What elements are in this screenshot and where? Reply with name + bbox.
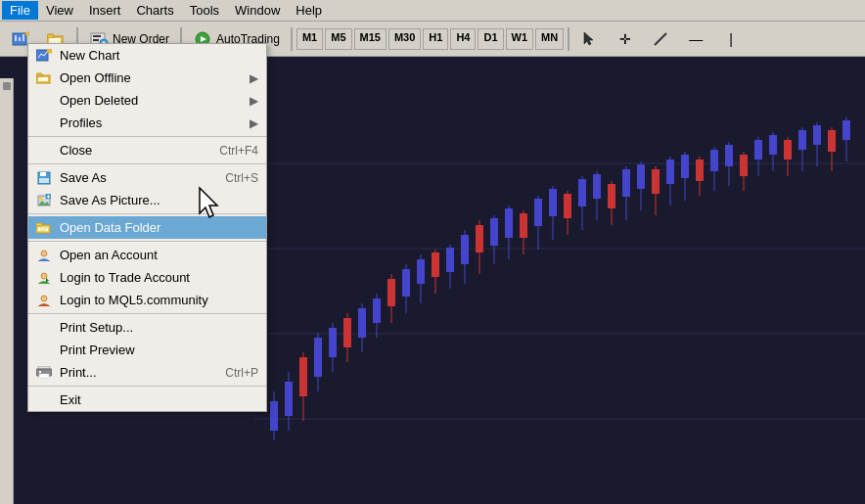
crosshair-icon: ✛	[615, 29, 635, 49]
svg-rect-96	[798, 130, 806, 150]
svg-rect-84	[710, 150, 718, 171]
tf-h4[interactable]: H4	[450, 28, 476, 50]
svg-point-116	[39, 197, 43, 201]
chart-area	[254, 78, 865, 504]
menu-tools[interactable]: Tools	[182, 1, 227, 20]
menu-item-login-mql5[interactable]: Login to MQL5.community	[28, 289, 266, 311]
svg-rect-30	[314, 338, 322, 377]
svg-rect-133	[39, 374, 49, 378]
cursor-tool-icon	[580, 29, 600, 49]
tf-m1[interactable]: M1	[296, 28, 323, 50]
tf-h1[interactable]: H1	[423, 28, 448, 50]
svg-rect-32	[329, 328, 337, 357]
svg-rect-66	[578, 179, 586, 206]
svg-rect-100	[828, 130, 836, 152]
sep-2	[28, 163, 266, 164]
open-deleted-arrow: ▶	[250, 94, 258, 108]
cursor-tool-btn[interactable]	[573, 25, 607, 53]
login-trade-label: Login to Trade Account	[60, 270, 190, 285]
open-data-folder-label: Open Data Folder	[60, 220, 160, 235]
svg-point-126	[41, 251, 47, 256]
sep-4	[28, 241, 266, 242]
svg-rect-112	[40, 172, 46, 176]
svg-rect-54	[490, 218, 498, 246]
svg-rect-10	[93, 39, 99, 41]
svg-rect-80	[681, 155, 689, 178]
sep-1	[28, 136, 266, 137]
menu-item-close[interactable]: Close Ctrl+F4	[28, 139, 266, 161]
tf-m30[interactable]: M30	[388, 28, 421, 50]
svg-rect-26	[285, 382, 293, 416]
svg-rect-50	[461, 235, 469, 264]
menu-item-print-setup[interactable]: Print Setup...	[28, 316, 266, 339]
tf-w1[interactable]: W1	[506, 28, 534, 50]
menu-window[interactable]: Window	[227, 1, 288, 20]
tf-m15[interactable]: M15	[354, 28, 387, 50]
menu-item-print-preview[interactable]: Print Preview	[28, 339, 266, 361]
vline-btn[interactable]: |	[714, 25, 748, 53]
menu-item-print[interactable]: Print... Ctrl+P	[28, 361, 266, 384]
menu-item-save-as[interactable]: Save As Ctrl+S	[28, 166, 266, 189]
menu-item-exit[interactable]: Exit	[28, 389, 266, 411]
svg-rect-64	[564, 194, 571, 218]
svg-rect-109	[36, 73, 42, 76]
sep-6	[28, 386, 266, 387]
menu-view[interactable]: View	[38, 1, 81, 20]
open-offline-label: Open Offline	[60, 70, 131, 85]
svg-rect-56	[505, 208, 513, 238]
menu-item-save-as-picture[interactable]: Save As Picture...	[28, 189, 266, 211]
line-tool-btn[interactable]	[644, 25, 677, 53]
toolbar-sep-4	[568, 27, 569, 51]
print-preview-label: Print Preview	[60, 343, 135, 357]
svg-rect-110	[38, 77, 48, 81]
menu-item-open-account[interactable]: Open an Account	[28, 244, 266, 266]
hline-btn[interactable]: —	[679, 25, 712, 53]
svg-rect-6	[47, 34, 54, 38]
svg-rect-28	[299, 357, 307, 396]
candlestick-chart	[254, 78, 865, 504]
menu-item-profiles[interactable]: Profiles ▶	[28, 112, 266, 134]
vline-icon: |	[721, 29, 741, 49]
svg-rect-70	[608, 184, 615, 208]
tf-d1[interactable]: D1	[478, 28, 503, 50]
print-shortcut: Ctrl+P	[205, 366, 258, 380]
login-mql5-label: Login to MQL5.community	[60, 293, 208, 307]
svg-rect-24	[270, 401, 278, 431]
svg-rect-104	[47, 49, 52, 53]
svg-rect-90	[754, 140, 762, 160]
print-icon	[34, 364, 54, 382]
menu-insert[interactable]: Insert	[81, 1, 129, 20]
toolbar-sep-3	[291, 27, 293, 51]
svg-rect-86	[725, 145, 733, 166]
svg-rect-123	[38, 227, 48, 231]
profiles-arrow: ▶	[250, 116, 258, 130]
sep-3	[28, 213, 266, 214]
menu-file[interactable]: File	[2, 1, 38, 20]
svg-rect-44	[417, 259, 425, 284]
left-panel	[0, 78, 14, 504]
menu-item-new-chart[interactable]: New Chart	[28, 44, 266, 67]
new-chart-menu-icon	[34, 47, 54, 65]
tf-m5[interactable]: M5	[325, 28, 351, 50]
print-label: Print...	[60, 365, 97, 380]
svg-rect-3	[23, 34, 24, 41]
menu-help[interactable]: Help	[288, 1, 330, 20]
crosshair-btn[interactable]: ✛	[609, 25, 642, 53]
tf-mn[interactable]: MN	[535, 28, 564, 50]
close-shortcut: Ctrl+F4	[200, 144, 258, 158]
open-account-icon	[34, 247, 54, 264]
menu-item-open-data-folder[interactable]: Open Data Folder	[28, 216, 266, 239]
svg-rect-2	[19, 37, 21, 41]
svg-rect-52	[476, 225, 483, 252]
login-trade-icon	[34, 269, 54, 287]
menu-item-login-trade[interactable]: Login to Trade Account	[28, 266, 266, 289]
exit-label: Exit	[60, 392, 81, 407]
svg-rect-94	[784, 140, 792, 160]
svg-rect-34	[343, 318, 351, 347]
menu-item-open-offline[interactable]: Open Offline ▶	[28, 67, 266, 89]
open-deleted-label: Open Deleted	[60, 93, 138, 108]
menu-item-open-deleted[interactable]: Open Deleted ▶	[28, 89, 266, 112]
menu-bar: File View Insert Charts Tools Window Hel…	[0, 0, 865, 22]
menu-charts[interactable]: Charts	[128, 1, 181, 20]
svg-rect-38	[373, 298, 381, 323]
